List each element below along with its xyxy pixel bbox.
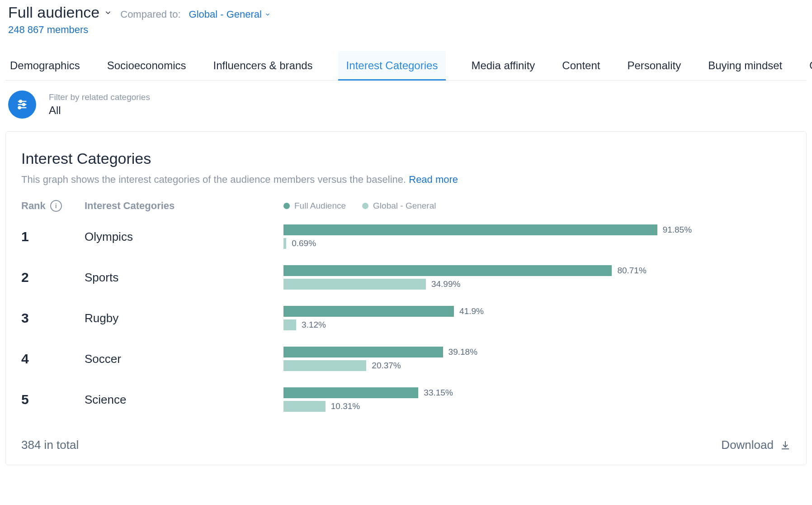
table-row: 4Soccer39.18%20.37% [21, 347, 791, 371]
filter-label: Filter by related categories [49, 92, 150, 102]
baseline-selector[interactable]: Global - General [189, 9, 271, 20]
legend-baseline: Global - General [362, 201, 436, 211]
bar-value-b: 34.99% [431, 279, 460, 289]
tab-influencers-brands[interactable]: Influencers & brands [211, 51, 314, 80]
table-row: 1Olympics91.85%0.69% [21, 224, 791, 249]
interest-categories-panel: Interest Categories This graph shows the… [5, 131, 807, 465]
svg-point-3 [23, 103, 25, 105]
tabs-bar: DemographicsSocioeconomicsInfluencers & … [5, 51, 807, 81]
legend-dot-a [283, 203, 290, 209]
category-name: Science [85, 393, 283, 407]
tab-personality[interactable]: Personality [625, 51, 683, 80]
panel-title: Interest Categories [21, 150, 791, 167]
tab-demographics[interactable]: Demographics [8, 51, 82, 80]
tab-online-habits[interactable]: Online habits [807, 51, 812, 80]
rank-value: 5 [21, 392, 85, 407]
total-count: 384 in total [21, 438, 79, 452]
members-count: 248 867 members [8, 24, 804, 36]
tab-interest-categories[interactable]: Interest Categories [338, 51, 446, 80]
chevron-down-icon [264, 11, 271, 18]
table-row: 3Rugby41.9%3.12% [21, 306, 791, 330]
filter-value: All [49, 104, 150, 117]
category-name: Sports [85, 271, 283, 285]
download-button[interactable]: Download [721, 438, 791, 452]
read-more-link[interactable]: Read more [409, 174, 458, 185]
bar-value-a: 33.15% [424, 388, 453, 398]
bar-value-a: 39.18% [448, 347, 477, 357]
bar-value-a: 41.9% [459, 306, 484, 316]
bar-value-a: 91.85% [663, 225, 692, 235]
tab-buying-mindset[interactable]: Buying mindset [706, 51, 784, 80]
sliders-icon [16, 98, 28, 111]
chart-rows: 1Olympics91.85%0.69%2Sports80.71%34.99%3… [21, 224, 791, 412]
legend-label-b: Global - General [373, 201, 436, 211]
rank-value: 3 [21, 310, 85, 326]
legend-label-a: Full Audience [294, 201, 346, 211]
baseline-value-text: Global - General [189, 9, 262, 20]
tab-content[interactable]: Content [560, 51, 602, 80]
svg-point-1 [19, 100, 22, 102]
rank-value: 4 [21, 351, 85, 367]
audience-title-text: Full audience [8, 4, 99, 21]
tab-media-affinity[interactable]: Media affinity [469, 51, 537, 80]
bar-value-a: 80.71% [617, 266, 646, 276]
compared-to-label: Compared to: [120, 9, 180, 20]
category-name: Olympics [85, 230, 283, 244]
download-icon [780, 440, 791, 451]
chevron-down-icon [104, 9, 112, 17]
bar-value-b: 0.69% [292, 238, 316, 248]
bar-value-b: 10.31% [331, 401, 360, 411]
column-category-header: Interest Categories [85, 200, 283, 212]
rank-value: 2 [21, 270, 85, 285]
legend-dot-b [362, 203, 368, 209]
download-label: Download [721, 438, 774, 452]
column-rank-header: Rank [21, 200, 46, 212]
rank-value: 1 [21, 229, 85, 244]
bar-value-b: 20.37% [372, 361, 401, 371]
table-row: 5Science33.15%10.31% [21, 387, 791, 412]
category-name: Soccer [85, 352, 283, 366]
filter-button[interactable] [8, 91, 36, 119]
bar-value-b: 3.12% [302, 320, 326, 330]
info-icon[interactable]: i [50, 200, 62, 212]
category-name: Rugby [85, 311, 283, 325]
table-row: 2Sports80.71%34.99% [21, 265, 791, 290]
legend-full-audience: Full Audience [283, 201, 346, 211]
tab-socioeconomics[interactable]: Socioeconomics [105, 51, 188, 80]
audience-selector[interactable]: Full audience [8, 4, 112, 21]
svg-point-5 [19, 106, 21, 109]
panel-description-text: This graph shows the interest categories… [21, 174, 409, 185]
panel-description: This graph shows the interest categories… [21, 174, 791, 186]
